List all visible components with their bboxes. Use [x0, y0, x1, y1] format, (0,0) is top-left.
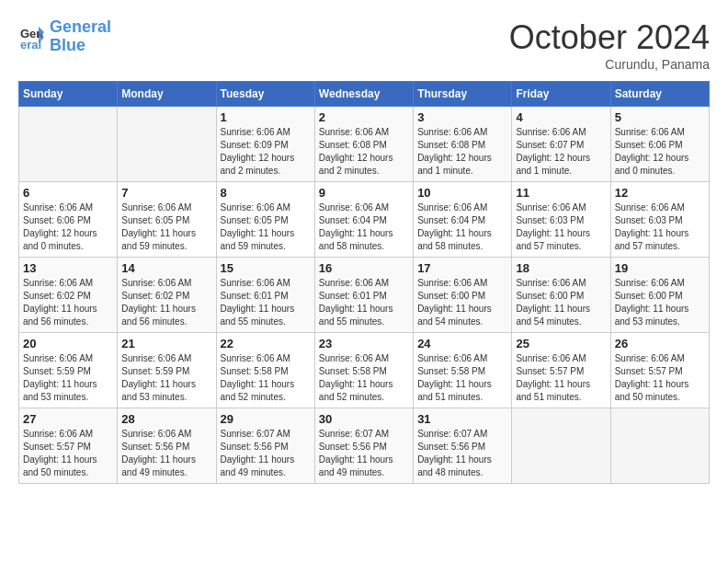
calendar-day-cell: 30Sunrise: 6:07 AM Sunset: 5:56 PM Dayli… — [314, 408, 413, 484]
day-info: Sunrise: 6:06 AM Sunset: 6:04 PM Dayligh… — [319, 201, 409, 253]
day-info: Sunrise: 6:07 AM Sunset: 5:56 PM Dayligh… — [221, 428, 311, 479]
day-number: 13 — [23, 261, 113, 275]
day-number: 22 — [221, 337, 311, 350]
day-number: 20 — [23, 337, 113, 350]
calendar-day-cell: 11Sunrise: 6:06 AM Sunset: 6:03 PM Dayli… — [512, 182, 610, 258]
calendar-day-cell: 23Sunrise: 6:06 AM Sunset: 5:58 PM Dayli… — [314, 333, 413, 408]
day-info: Sunrise: 6:06 AM Sunset: 6:05 PM Dayligh… — [221, 201, 311, 253]
day-info: Sunrise: 6:06 AM Sunset: 5:58 PM Dayligh… — [319, 352, 409, 404]
day-info: Sunrise: 6:06 AM Sunset: 5:57 PM Dayligh… — [516, 352, 606, 404]
logo: Gen eral General Blue — [18, 18, 111, 55]
calendar-day-cell: 2Sunrise: 6:06 AM Sunset: 6:08 PM Daylig… — [314, 107, 413, 182]
day-number: 16 — [319, 261, 409, 275]
calendar-day-cell: 6Sunrise: 6:06 AM Sunset: 6:06 PM Daylig… — [19, 182, 118, 258]
svg-text:eral: eral — [20, 38, 41, 51]
day-number: 28 — [121, 412, 211, 426]
calendar-day-cell: 13Sunrise: 6:06 AM Sunset: 6:02 PM Dayli… — [19, 258, 118, 333]
day-number: 7 — [121, 186, 211, 200]
day-number: 10 — [417, 186, 507, 200]
location-subtitle: Curundu, Panama — [509, 57, 710, 72]
day-info: Sunrise: 6:06 AM Sunset: 6:00 PM Dayligh… — [615, 277, 705, 328]
day-number: 18 — [516, 261, 606, 275]
calendar-week-row: 27Sunrise: 6:06 AM Sunset: 5:57 PM Dayli… — [19, 408, 710, 484]
day-info: Sunrise: 6:06 AM Sunset: 6:05 PM Dayligh… — [121, 201, 211, 253]
day-info: Sunrise: 6:06 AM Sunset: 6:01 PM Dayligh… — [319, 277, 409, 328]
day-info: Sunrise: 6:07 AM Sunset: 5:56 PM Dayligh… — [319, 428, 409, 479]
calendar-day-cell: 14Sunrise: 6:06 AM Sunset: 6:02 PM Dayli… — [118, 258, 216, 333]
day-number: 26 — [615, 337, 705, 350]
day-number: 12 — [615, 186, 705, 200]
calendar-day-cell: 19Sunrise: 6:06 AM Sunset: 6:00 PM Dayli… — [610, 258, 709, 333]
day-number: 2 — [319, 110, 409, 124]
day-number: 24 — [417, 337, 507, 350]
title-block: October 2024 Curundu, Panama — [509, 18, 710, 72]
calendar-day-cell: 28Sunrise: 6:06 AM Sunset: 5:56 PM Dayli… — [118, 408, 216, 484]
calendar-day-cell: 24Sunrise: 6:06 AM Sunset: 5:58 PM Dayli… — [414, 333, 512, 408]
month-title: October 2024 — [509, 18, 710, 57]
day-info: Sunrise: 6:06 AM Sunset: 6:08 PM Dayligh… — [417, 126, 507, 178]
weekday-header-row: SundayMondayTuesdayWednesdayThursdayFrid… — [19, 82, 710, 107]
day-info: Sunrise: 6:06 AM Sunset: 5:57 PM Dayligh… — [23, 428, 113, 479]
logo-line2: Blue — [50, 36, 85, 54]
calendar-day-cell: 15Sunrise: 6:06 AM Sunset: 6:01 PM Dayli… — [216, 258, 314, 333]
day-info: Sunrise: 6:06 AM Sunset: 5:56 PM Dayligh… — [121, 428, 211, 479]
day-number: 17 — [417, 261, 507, 275]
day-info: Sunrise: 6:06 AM Sunset: 5:59 PM Dayligh… — [23, 352, 113, 404]
calendar-day-cell: 31Sunrise: 6:07 AM Sunset: 5:56 PM Dayli… — [414, 408, 512, 484]
day-number: 8 — [221, 186, 311, 200]
calendar-day-cell: 25Sunrise: 6:06 AM Sunset: 5:57 PM Dayli… — [512, 333, 610, 408]
day-info: Sunrise: 6:06 AM Sunset: 6:00 PM Dayligh… — [417, 277, 507, 328]
calendar-day-cell: 17Sunrise: 6:06 AM Sunset: 6:00 PM Dayli… — [414, 258, 512, 333]
day-number: 5 — [615, 110, 705, 124]
day-info: Sunrise: 6:06 AM Sunset: 5:57 PM Dayligh… — [615, 352, 705, 404]
day-number: 31 — [417, 412, 507, 426]
day-info: Sunrise: 6:06 AM Sunset: 5:59 PM Dayligh… — [121, 352, 211, 404]
calendar-day-cell: 1Sunrise: 6:06 AM Sunset: 6:09 PM Daylig… — [216, 107, 314, 182]
day-info: Sunrise: 6:06 AM Sunset: 6:00 PM Dayligh… — [516, 277, 606, 328]
calendar-week-row: 13Sunrise: 6:06 AM Sunset: 6:02 PM Dayli… — [19, 258, 710, 333]
calendar-day-cell: 12Sunrise: 6:06 AM Sunset: 6:03 PM Dayli… — [610, 182, 709, 258]
calendar-day-cell: 26Sunrise: 6:06 AM Sunset: 5:57 PM Dayli… — [610, 333, 709, 408]
day-info: Sunrise: 6:06 AM Sunset: 6:02 PM Dayligh… — [23, 277, 113, 328]
day-number: 19 — [615, 261, 705, 275]
calendar-day-cell: 22Sunrise: 6:06 AM Sunset: 5:58 PM Dayli… — [216, 333, 314, 408]
day-info: Sunrise: 6:06 AM Sunset: 6:09 PM Dayligh… — [221, 126, 311, 178]
logo-icon: Gen eral — [18, 23, 46, 51]
calendar-table: SundayMondayTuesdayWednesdayThursdayFrid… — [18, 81, 710, 484]
weekday-header-cell: Thursday — [414, 82, 512, 107]
weekday-header-cell: Monday — [118, 82, 216, 107]
day-number: 6 — [23, 186, 113, 200]
day-info: Sunrise: 6:06 AM Sunset: 5:58 PM Dayligh… — [417, 352, 507, 404]
weekday-header-cell: Tuesday — [216, 82, 314, 107]
day-info: Sunrise: 6:06 AM Sunset: 5:58 PM Dayligh… — [221, 352, 311, 404]
calendar-day-cell — [19, 107, 118, 182]
day-info: Sunrise: 6:06 AM Sunset: 6:03 PM Dayligh… — [615, 201, 705, 253]
calendar-week-row: 20Sunrise: 6:06 AM Sunset: 5:59 PM Dayli… — [19, 333, 710, 408]
calendar-day-cell — [118, 107, 216, 182]
day-info: Sunrise: 6:07 AM Sunset: 5:56 PM Dayligh… — [417, 428, 507, 479]
calendar-day-cell: 21Sunrise: 6:06 AM Sunset: 5:59 PM Dayli… — [118, 333, 216, 408]
logo-line1: General — [50, 17, 111, 36]
day-info: Sunrise: 6:06 AM Sunset: 6:02 PM Dayligh… — [121, 277, 211, 328]
calendar-day-cell — [512, 408, 610, 484]
day-number: 15 — [221, 261, 311, 275]
weekday-header-cell: Friday — [512, 82, 610, 107]
day-info: Sunrise: 6:06 AM Sunset: 6:07 PM Dayligh… — [516, 126, 606, 178]
calendar-day-cell: 8Sunrise: 6:06 AM Sunset: 6:05 PM Daylig… — [216, 182, 314, 258]
day-number: 4 — [516, 110, 606, 124]
calendar-day-cell: 27Sunrise: 6:06 AM Sunset: 5:57 PM Dayli… — [19, 408, 118, 484]
weekday-header-cell: Saturday — [610, 82, 709, 107]
calendar-day-cell: 5Sunrise: 6:06 AM Sunset: 6:06 PM Daylig… — [610, 107, 709, 182]
day-info: Sunrise: 6:06 AM Sunset: 6:01 PM Dayligh… — [221, 277, 311, 328]
calendar-day-cell: 20Sunrise: 6:06 AM Sunset: 5:59 PM Dayli… — [19, 333, 118, 408]
calendar-day-cell: 9Sunrise: 6:06 AM Sunset: 6:04 PM Daylig… — [314, 182, 413, 258]
day-info: Sunrise: 6:06 AM Sunset: 6:03 PM Dayligh… — [516, 201, 606, 253]
weekday-header-cell: Wednesday — [314, 82, 413, 107]
day-info: Sunrise: 6:06 AM Sunset: 6:08 PM Dayligh… — [319, 126, 409, 178]
calendar-week-row: 6Sunrise: 6:06 AM Sunset: 6:06 PM Daylig… — [19, 182, 710, 258]
calendar-day-cell: 3Sunrise: 6:06 AM Sunset: 6:08 PM Daylig… — [414, 107, 512, 182]
day-number: 23 — [319, 337, 409, 350]
page-header: Gen eral General Blue October 2024 Curun… — [18, 18, 710, 72]
calendar-week-row: 1Sunrise: 6:06 AM Sunset: 6:09 PM Daylig… — [19, 107, 710, 182]
weekday-header-cell: Sunday — [19, 82, 118, 107]
